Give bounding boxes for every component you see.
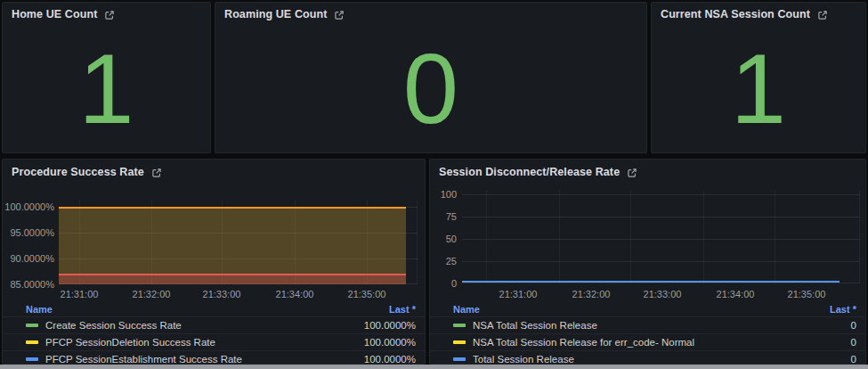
- gridline: [630, 191, 631, 283]
- panel-title[interactable]: Roaming UE Count: [224, 8, 327, 20]
- series-color-swatch-blue: [453, 357, 466, 361]
- legend-row: Total Session Release 0: [430, 350, 865, 365]
- external-link-icon[interactable]: [151, 168, 162, 178]
- legend-row: NSA Total Session Release for err_code- …: [430, 333, 865, 350]
- panel-title[interactable]: Current NSA Session Count: [661, 8, 810, 20]
- x-axis-tick: 21:32:00: [564, 289, 618, 299]
- panel-current-nsa-session-count: Current NSA Session Count 1: [651, 2, 866, 153]
- series-line-zero: [462, 281, 840, 283]
- legend-row: PFCP SessionEstablishment Success Rate 1…: [3, 350, 425, 365]
- y-axis-tick: 90.0000%: [4, 253, 54, 264]
- gridline: [859, 191, 860, 283]
- gridline: [462, 194, 860, 195]
- legend-last-value: 100.0000%: [364, 320, 416, 331]
- panel-title[interactable]: Session Disconnect/Release Rate: [439, 166, 620, 178]
- y-axis-tick: 95.0000%: [4, 227, 54, 238]
- y-axis-tick: 100.0000%: [4, 201, 54, 212]
- x-axis-tick: 21:32:00: [125, 289, 178, 299]
- x-axis-tick: 21:35:00: [780, 289, 833, 299]
- panel-home-ue-count: Home UE Count 1: [2, 2, 211, 153]
- x-axis-tick: 21:33:00: [195, 289, 248, 299]
- series-area-100pct: [59, 207, 406, 284]
- panel-procedure-success-rate: Procedure Success Rate 100.0000% 95.0000…: [2, 159, 426, 365]
- panel-header: Roaming UE Count: [215, 3, 646, 26]
- legend-last-value: 100.0000%: [364, 337, 416, 348]
- panel-title[interactable]: Procedure Success Rate: [12, 166, 144, 178]
- gridline: [462, 217, 860, 217]
- legend-row: PFCP SessionDeletion Success Rate 100.00…: [3, 333, 425, 350]
- x-axis-tick: 21:34:00: [268, 289, 321, 299]
- x-axis-tick: 21:34:00: [709, 289, 762, 299]
- gridline: [462, 239, 860, 240]
- legend-table: Name Last * NSA Total Session Release 0 …: [430, 302, 865, 364]
- stat-value: 0: [403, 39, 458, 139]
- stat-value-wrap: 1: [3, 26, 210, 152]
- timeseries-plot-area[interactable]: [59, 200, 418, 284]
- series-color-swatch-blue: [26, 357, 38, 361]
- series-color-swatch-green: [453, 324, 466, 327]
- series-color-swatch-yellow: [453, 340, 466, 344]
- gridline: [417, 200, 418, 284]
- legend-series-label[interactable]: Total Session Release: [473, 354, 851, 365]
- x-axis-tick: 21:35:00: [340, 289, 393, 299]
- stat-value: 1: [78, 39, 134, 139]
- panel-session-disconnect-release-rate: Session Disconnect/Release Rate 100 75 5…: [429, 159, 866, 365]
- gridline: [775, 191, 775, 283]
- y-axis-tick: 0: [429, 278, 457, 289]
- legend-row: Create Session Success Rate 100.0000%: [3, 316, 425, 333]
- panel-header: Procedure Success Rate: [3, 160, 425, 184]
- y-axis-tick: 50: [429, 234, 457, 244]
- legend-header: Name Last *: [430, 302, 865, 316]
- legend-last-value: 0: [851, 320, 856, 331]
- legend-table: Name Last * Create Session Success Rate …: [3, 302, 425, 364]
- legend-last-value: 0: [851, 354, 856, 365]
- legend-header-last[interactable]: Last *: [389, 304, 416, 315]
- stat-value: 1: [731, 39, 786, 139]
- external-link-icon[interactable]: [817, 10, 828, 20]
- x-axis-tick: 21:31:00: [53, 289, 106, 299]
- panel-header: Home UE Count: [3, 3, 210, 26]
- gridline: [462, 283, 860, 283]
- legend-series-label[interactable]: NSA Total Session Release for err_code- …: [473, 337, 851, 348]
- y-axis-tick: 75: [429, 211, 457, 222]
- series-line-87pct: [59, 274, 406, 284]
- legend-series-label[interactable]: PFCP SessionDeletion Success Rate: [45, 337, 364, 348]
- grafana-dashboard: Home UE Count 1 Roaming UE Count 0: [0, 0, 868, 369]
- gridline: [486, 191, 487, 283]
- panel-header: Session Disconnect/Release Rate: [430, 160, 865, 184]
- y-axis-tick: 25: [429, 256, 457, 266]
- stat-value-wrap: 0: [215, 26, 646, 152]
- series-color-swatch-green: [26, 324, 38, 327]
- y-axis-tick: 100: [429, 189, 457, 200]
- panel-roaming-ue-count: Roaming UE Count 0: [215, 2, 647, 153]
- series-color-swatch-yellow: [26, 340, 38, 344]
- window-bottom-edge: [0, 365, 868, 369]
- panel-title[interactable]: Home UE Count: [12, 8, 97, 20]
- x-axis-tick: 21:31:00: [491, 289, 545, 299]
- legend-last-value: 100.0000%: [364, 354, 416, 365]
- external-link-icon[interactable]: [104, 10, 115, 20]
- gridline: [462, 261, 860, 262]
- stat-value-wrap: 1: [652, 26, 865, 152]
- panel-header: Current NSA Session Count: [652, 3, 865, 26]
- legend-header-name[interactable]: Name: [26, 304, 53, 315]
- external-link-icon[interactable]: [334, 10, 345, 20]
- legend-header: Name Last *: [3, 302, 425, 316]
- y-axis-tick: 85.0000%: [4, 279, 54, 290]
- gridline: [703, 191, 704, 283]
- legend-series-label[interactable]: NSA Total Session Release: [473, 320, 851, 331]
- legend-row: NSA Total Session Release 0: [430, 316, 865, 333]
- legend-series-label[interactable]: Create Session Success Rate: [45, 320, 364, 331]
- legend-series-label[interactable]: PFCP SessionEstablishment Success Rate: [45, 354, 364, 365]
- x-axis-tick: 21:33:00: [636, 289, 689, 299]
- gridline: [559, 191, 560, 283]
- legend-header-name[interactable]: Name: [453, 304, 480, 315]
- external-link-icon[interactable]: [627, 168, 637, 178]
- legend-header-last[interactable]: Last *: [830, 304, 856, 315]
- legend-last-value: 0: [851, 337, 856, 348]
- timeseries-plot-area[interactable]: [462, 191, 860, 283]
